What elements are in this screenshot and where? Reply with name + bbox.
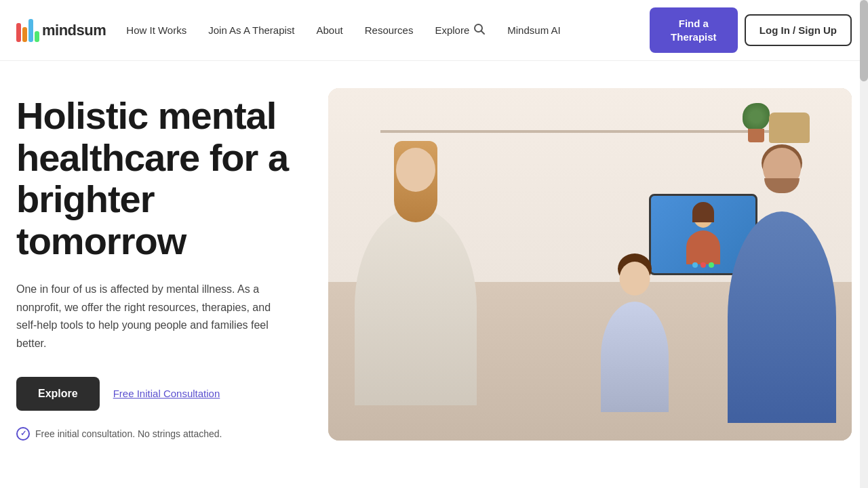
hero-description: One in four of us is affected by mental … [16,281,288,352]
nav-mindsum-ai[interactable]: Mindsum AI [498,19,570,41]
scrollbar-thumb[interactable] [860,0,868,81]
nav-links: How It Works Join As A Therapist About R… [117,18,650,43]
screen-therapist-hair [692,202,714,222]
child-face [619,262,650,296]
free-note-text: Free initial consultation. No strings at… [35,428,222,439]
free-consultation-note: Free initial consultation. No strings at… [16,427,315,441]
logo-icon [16,19,39,42]
check-icon [16,427,30,441]
find-therapist-button[interactable]: Find a Therapist [650,7,738,53]
screen-dot-2 [701,262,706,268]
nav-resources[interactable]: Resources [355,19,423,41]
hero-section: Holistic mental healthcare for a brighte… [0,61,868,488]
screen-controls [692,262,714,268]
brand-name: mindsum [42,22,106,39]
hero-cta-group: Explore Free Initial Consultation [16,377,315,411]
screen-dot-3 [709,262,714,268]
nav-join-as-therapist[interactable]: Join As A Therapist [199,19,304,41]
plant-leaves [743,103,770,130]
search-icon [473,23,486,37]
nav-how-it-works[interactable]: How It Works [117,19,196,41]
explore-button[interactable]: Explore [16,377,100,411]
login-button[interactable]: Log In / Sign Up [745,14,852,47]
scrollbar[interactable] [860,0,868,488]
nav-explore[interactable]: Explore [425,18,495,43]
basket [769,113,810,143]
woman-face [396,148,435,192]
shelf [380,130,800,133]
person-child [601,253,669,412]
nav-about[interactable]: About [307,19,353,41]
hero-image [328,88,852,441]
child-body [601,302,669,413]
person-adult-man [728,141,836,423]
woman-body [355,207,477,406]
nav-actions: Find a Therapist Log In / Sign Up [650,7,852,53]
person-adult-woman [355,141,477,405]
plant [739,95,773,142]
hero-title: Holistic mental healthcare for a brighte… [16,95,315,262]
screen-dot-1 [692,262,698,268]
hero-content: Holistic mental healthcare for a brighte… [16,88,328,441]
navbar: mindsum How It Works Join As A Therapist… [0,0,868,61]
svg-line-1 [481,31,485,35]
screen-therapist [679,204,727,265]
screen-therapist-body [686,230,720,264]
consultation-link[interactable]: Free Initial Consultation [113,388,220,399]
explore-label: Explore [435,24,469,36]
scene [328,88,852,441]
man-body [728,211,836,423]
logo[interactable]: mindsum [16,19,106,42]
man-beard [764,178,800,193]
